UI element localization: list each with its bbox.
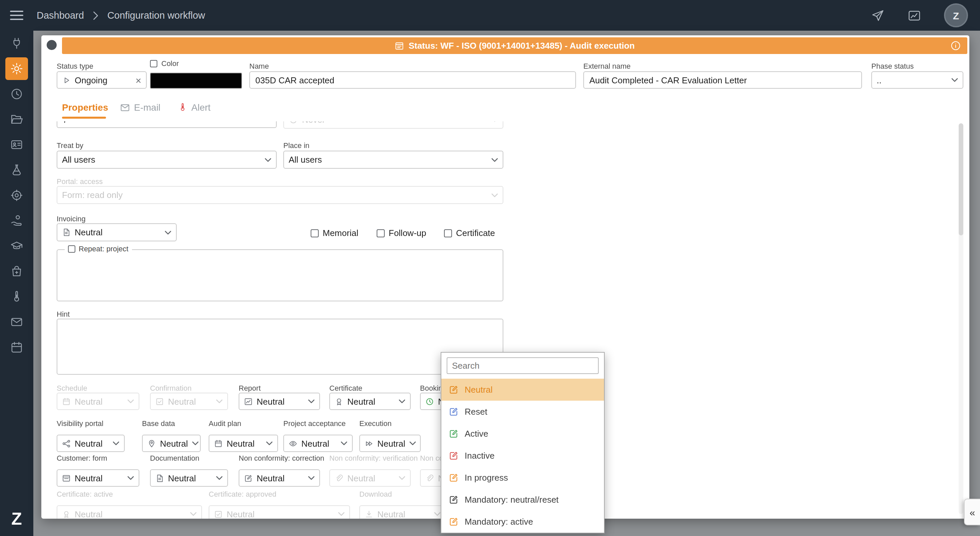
info-icon[interactable] [951,41,961,51]
report-select[interactable]: Neutral [239,393,320,410]
envelope-icon [10,315,23,329]
chevron-down-icon [265,157,271,162]
sidebar-item-contacts[interactable] [5,133,28,156]
hint-textarea[interactable] [57,319,503,375]
sidebar-item-temperature[interactable] [5,285,28,308]
popup-option-in-progress[interactable]: In progress [441,467,604,489]
send-icon[interactable] [871,8,885,22]
tab-email[interactable]: E-mail [120,102,160,113]
clipped-number-input[interactable] [57,121,277,128]
popup-option-mandatory-neutral-reset[interactable]: Mandatory: neutral/reset [441,489,604,511]
tab-properties[interactable]: Properties [62,102,108,113]
chevron-down-icon [216,399,223,403]
schedule-select[interactable]: Neutral [57,393,139,410]
edit-icon [244,474,253,482]
app-root: Dashboard Configuration workflow Z [0,0,980,536]
popup-option-mandatory-active[interactable]: Mandatory: active [441,511,604,533]
popup-option-inactive[interactable]: Inactive [441,445,604,467]
portal-access-select[interactable]: Form: read only [57,186,503,204]
status-color-dot[interactable] [47,40,57,50]
status-type-select[interactable]: Ongoing × [57,72,147,89]
download-icon [365,510,373,519]
tab-email-label: E-mail [134,102,160,113]
edit-icon [449,517,459,526]
paperclip-icon [335,474,343,482]
topbar-actions: Z [871,3,968,27]
repeat-project-label: Repeat: project [79,245,128,253]
tab-alert[interactable]: Alert [178,102,211,113]
sidebar-item-lab[interactable] [5,159,28,181]
phase-status-select[interactable]: .. [871,72,963,89]
audit-plan-select[interactable]: Neutral [208,435,278,452]
memorial-checkbox[interactable] [311,229,319,237]
documentation-select[interactable]: Neutral [150,469,228,487]
analytics-icon[interactable] [907,8,921,22]
download-select[interactable]: Neutral [360,505,446,519]
sidebar-item-connector[interactable] [5,32,28,55]
color-swatch[interactable] [150,73,242,89]
sidebar-item-settings[interactable] [5,57,28,80]
edit-icon [449,407,459,417]
sidebar-item-bag[interactable] [5,260,28,283]
certificate-field-label: Certificate [329,384,362,392]
memorial-checkbox-row: Memorial [311,228,358,238]
chevron-down-icon [434,512,441,516]
color-checkbox-row: Color [150,59,179,67]
popup-option-neutral[interactable]: Neutral [441,379,604,401]
visibility-portal-label: Visibility portal [57,419,103,427]
clock-icon [10,87,23,101]
sidebar-item-target[interactable] [5,184,28,207]
phase-status-label: Phase status [871,62,914,70]
certificate-approved-select[interactable]: Neutral [208,505,350,519]
customer-form-select[interactable]: Neutral [57,469,139,487]
certificate-checkbox[interactable] [444,229,452,237]
sidebar-item-mail[interactable] [5,311,28,333]
download-label: Download [360,490,392,498]
invoicing-select[interactable]: Neutral [57,223,177,241]
popup-option-active[interactable]: Active [441,423,604,445]
execution-select[interactable]: Neutral [360,435,421,452]
edit-icon [449,495,459,505]
app-logo: Z [0,509,33,529]
treat-by-select[interactable]: All users [57,151,277,169]
content-scrollbar[interactable] [959,123,963,514]
popup-option-reset[interactable]: Reset [441,401,604,423]
popup-search-input[interactable] [447,357,599,374]
menu-icon[interactable] [10,11,23,20]
confirmation-select[interactable]: Neutral [150,393,228,410]
external-name-input[interactable] [583,72,862,89]
followup-checkbox[interactable] [377,229,385,237]
portal-access-label: Portal: access [57,177,103,185]
repeat-never-select[interactable]: Never [283,121,503,129]
breadcrumb-dashboard[interactable]: Dashboard [37,10,84,21]
collapse-panel-button[interactable]: « [964,499,980,525]
project-acceptance-select[interactable]: Neutral [283,435,353,452]
repeat-project-checkbox[interactable] [68,245,75,252]
nonconformity-correction-select[interactable]: Neutral [239,469,320,487]
certificate-select[interactable]: Neutral [329,393,410,410]
edit-icon [449,385,459,394]
color-checkbox[interactable] [150,60,158,67]
treat-by-label: Treat by [57,142,83,150]
crosshair-icon [10,189,23,202]
visibility-portal-select[interactable]: Neutral [57,435,125,452]
place-in-select[interactable]: All users [283,151,503,169]
clear-status-type-icon[interactable]: × [135,75,142,85]
nonconformity-verification-select[interactable]: Neutral [329,469,410,487]
check-square-icon [214,510,223,519]
sidebar-item-sales[interactable] [5,209,28,232]
repeat-project-legend: Repeat: project [65,245,132,253]
user-avatar[interactable]: Z [944,3,968,27]
name-input[interactable] [249,72,576,89]
scrollbar-thumb[interactable] [959,123,963,235]
popup-option-list: Neutral Reset Active Inactive In progres… [441,379,604,533]
certificate-active-select[interactable]: Neutral [57,505,202,519]
report-label: Report [239,384,261,392]
chart-icon [244,397,253,406]
sidebar-item-projects[interactable] [5,108,28,130]
audit-plan-label: Audit plan [208,419,241,427]
base-data-select[interactable]: Neutral [142,435,200,452]
sidebar-item-training[interactable] [5,235,28,257]
sidebar-item-history[interactable] [5,83,28,105]
sidebar-item-calendar[interactable] [5,336,28,359]
